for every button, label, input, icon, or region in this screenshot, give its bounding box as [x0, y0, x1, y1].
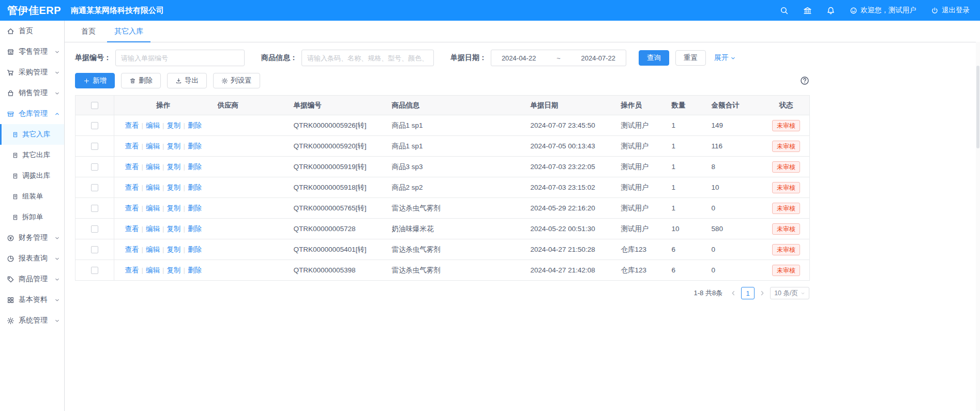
date-to-value[interactable]: 2024-07-22 — [581, 54, 616, 62]
copy-link[interactable]: 复制 — [167, 225, 181, 233]
qty-cell: 1 — [667, 157, 706, 177]
row-checkbox[interactable] — [91, 205, 98, 212]
add-button[interactable]: 新增 — [75, 73, 115, 88]
delete-link[interactable]: 删除 — [188, 121, 202, 129]
delete-link[interactable]: 删除 — [188, 266, 202, 274]
qty-cell: 1 — [667, 198, 706, 219]
edit-link[interactable]: 编辑 — [146, 204, 160, 212]
sidebar-subitem-assembly[interactable]: 组装单 — [0, 186, 64, 207]
edit-link[interactable]: 编辑 — [146, 184, 160, 191]
scrollbar-thumb[interactable] — [976, 66, 979, 148]
col-header-supplier: 供应商 — [213, 96, 289, 115]
sidebar-subitem-other-inbound[interactable]: 其它入库 — [0, 124, 64, 145]
scrollbar-track[interactable] — [976, 42, 980, 411]
copy-link[interactable]: 复制 — [167, 246, 181, 253]
table-row: 查看|编辑|复制|删除 QTRK00000005728 奶油味爆米花 2024-… — [76, 219, 810, 239]
view-link[interactable]: 查看 — [125, 184, 139, 191]
sidebar-item-finance[interactable]: 财务管理 — [0, 227, 64, 248]
select-all-checkbox[interactable] — [91, 102, 98, 109]
pie-chart-icon — [7, 255, 14, 263]
sidebar-subitem-transfer-outbound[interactable]: 调拨出库 — [0, 165, 64, 186]
view-link[interactable]: 查看 — [125, 266, 139, 274]
copy-link[interactable]: 复制 — [167, 142, 181, 150]
edit-link[interactable]: 编辑 — [146, 266, 160, 274]
expand-link[interactable]: 展开 — [714, 53, 736, 63]
date-cell: 2024-04-27 21:50:28 — [525, 239, 616, 260]
sidebar-item-home[interactable]: 首页 — [0, 21, 64, 41]
copy-link[interactable]: 复制 — [167, 204, 181, 212]
row-checkbox[interactable] — [91, 246, 98, 253]
row-checkbox[interactable] — [91, 267, 98, 274]
row-checkbox[interactable] — [91, 163, 98, 171]
tab-home[interactable]: 首页 — [74, 21, 103, 42]
date-from-value[interactable]: 2024-04-22 — [502, 54, 536, 62]
copy-link[interactable]: 复制 — [167, 266, 181, 274]
tag-icon — [7, 276, 14, 283]
sidebar-item-sales[interactable]: 销售管理 — [0, 83, 64, 103]
column-settings-button[interactable]: 列设置 — [213, 73, 260, 88]
sidebar-subitem-disassembly[interactable]: 拆卸单 — [0, 207, 64, 227]
search-button[interactable]: 查询 — [639, 50, 669, 66]
delete-link[interactable]: 删除 — [188, 246, 202, 253]
view-link[interactable]: 查看 — [125, 163, 139, 171]
bill-no-cell: QTRK00000005926[转] — [289, 115, 387, 136]
copy-link[interactable]: 复制 — [167, 121, 181, 129]
edit-link[interactable]: 编辑 — [146, 163, 160, 171]
qty-cell: 1 — [667, 115, 706, 136]
tab-other-inbound[interactable]: 其它入库 — [107, 21, 150, 42]
edit-link[interactable]: 编辑 — [146, 142, 160, 150]
view-link[interactable]: 查看 — [125, 225, 139, 233]
delete-link[interactable]: 删除 — [188, 204, 202, 212]
copy-link[interactable]: 复制 — [167, 184, 181, 191]
bell-icon[interactable] — [826, 6, 835, 15]
view-link[interactable]: 查看 — [125, 142, 139, 150]
help-icon[interactable] — [800, 76, 809, 85]
logout-button[interactable]: 退出登录 — [931, 6, 970, 15]
col-header-date: 单据日期 — [525, 96, 616, 115]
delete-link[interactable]: 删除 — [188, 163, 202, 171]
sidebar-subitem-other-outbound[interactable]: 其它出库 — [0, 145, 64, 165]
date-range-picker[interactable]: 2024-04-22 ~ 2024-07-22 — [491, 50, 626, 66]
view-link[interactable]: 查看 — [125, 121, 139, 129]
page-size-select[interactable]: 10 条/页 — [770, 287, 809, 299]
amount-cell: 8 — [706, 157, 763, 177]
row-checkbox[interactable] — [91, 225, 98, 233]
welcome-user[interactable]: 欢迎您，测试用户 — [850, 6, 916, 15]
status-badge: 未审核 — [772, 161, 800, 173]
row-checkbox[interactable] — [91, 143, 98, 150]
sidebar-item-system[interactable]: 系统管理 — [0, 310, 64, 331]
view-link[interactable]: 查看 — [125, 204, 139, 212]
reset-button[interactable]: 重置 — [675, 50, 706, 66]
search-icon[interactable] — [780, 6, 789, 15]
edit-link[interactable]: 编辑 — [146, 121, 160, 129]
row-checkbox[interactable] — [91, 122, 98, 129]
sidebar-item-warehouse[interactable]: 仓库管理 — [0, 103, 64, 124]
cart-icon — [7, 69, 14, 77]
qty-cell: 6 — [667, 260, 706, 281]
edit-link[interactable]: 编辑 — [146, 225, 160, 233]
sidebar-item-reports[interactable]: 报表查询 — [0, 248, 64, 269]
sidebar-item-purchase[interactable]: 采购管理 — [0, 62, 64, 83]
export-button[interactable]: 导出 — [167, 73, 207, 88]
prev-page-icon[interactable] — [730, 290, 737, 297]
delete-link[interactable]: 删除 — [188, 184, 202, 191]
delete-button[interactable]: 删除 — [121, 73, 161, 88]
supplier-cell — [213, 136, 289, 157]
row-checkbox[interactable] — [91, 184, 98, 191]
sidebar-item-basic-data[interactable]: 基本资料 — [0, 290, 64, 310]
company-name: 南通某某网络科技有限公司 — [71, 6, 164, 16]
sidebar-item-retail[interactable]: 零售管理 — [0, 41, 64, 62]
delete-link[interactable]: 删除 — [188, 142, 202, 150]
product-info-input[interactable] — [301, 50, 434, 66]
edit-link[interactable]: 编辑 — [146, 246, 160, 253]
copy-link[interactable]: 复制 — [167, 163, 181, 171]
bank-icon[interactable] — [803, 6, 812, 15]
bill-no-input[interactable] — [115, 50, 245, 66]
page-number-1[interactable]: 1 — [741, 287, 755, 299]
view-link[interactable]: 查看 — [125, 246, 139, 253]
delete-link[interactable]: 删除 — [188, 225, 202, 233]
sidebar-item-goods[interactable]: 商品管理 — [0, 269, 64, 290]
chevron-down-icon — [54, 318, 60, 324]
action-separator: | — [184, 266, 186, 274]
next-page-icon[interactable] — [759, 290, 766, 297]
